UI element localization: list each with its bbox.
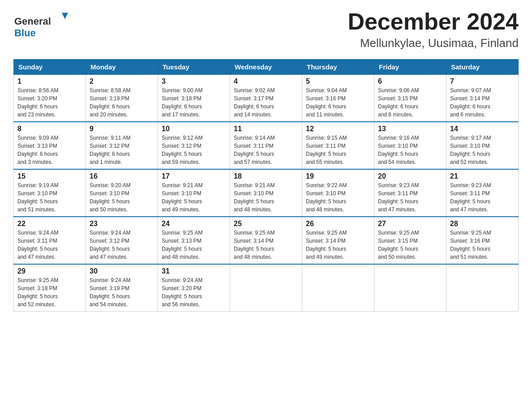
calendar-cell: 16Sunrise: 9:20 AMSunset: 3:10 PMDayligh…	[86, 169, 158, 217]
day-number: 21	[450, 172, 515, 180]
day-number: 7	[450, 77, 515, 86]
calendar-cell: 27Sunrise: 9:25 AMSunset: 3:15 PMDayligh…	[374, 217, 446, 264]
day-number: 4	[234, 77, 298, 86]
day-info: Sunrise: 9:16 AMSunset: 3:10 PMDaylight:…	[378, 134, 442, 166]
day-number: 11	[234, 125, 298, 133]
day-number: 29	[17, 267, 82, 275]
calendar-cell: 31Sunrise: 9:24 AMSunset: 3:20 PMDayligh…	[158, 264, 230, 312]
calendar-cell	[374, 264, 446, 312]
day-info: Sunrise: 9:15 AMSunset: 3:11 PMDaylight:…	[306, 134, 370, 166]
day-info: Sunrise: 9:21 AMSunset: 3:10 PMDaylight:…	[162, 181, 226, 214]
day-header-friday: Friday	[374, 60, 446, 75]
day-header-monday: Monday	[86, 60, 158, 75]
day-number: 10	[162, 125, 226, 133]
calendar-cell: 14Sunrise: 9:17 AMSunset: 3:10 PMDayligh…	[446, 122, 519, 169]
day-info: Sunrise: 9:24 AMSunset: 3:20 PMDaylight:…	[162, 276, 226, 308]
day-info: Sunrise: 9:24 AMSunset: 3:11 PMDaylight:…	[17, 229, 82, 261]
calendar-cell: 20Sunrise: 9:23 AMSunset: 3:11 PMDayligh…	[374, 169, 446, 217]
calendar-cell: 23Sunrise: 9:24 AMSunset: 3:12 PMDayligh…	[86, 217, 158, 264]
calendar-cell: 13Sunrise: 9:16 AMSunset: 3:10 PMDayligh…	[374, 122, 446, 169]
logo-svg: General Blue	[13, 9, 72, 40]
calendar-cell: 25Sunrise: 9:25 AMSunset: 3:14 PMDayligh…	[230, 217, 302, 264]
calendar-week-row: 8Sunrise: 9:09 AMSunset: 3:13 PMDaylight…	[14, 122, 519, 169]
calendar-cell: 28Sunrise: 9:25 AMSunset: 3:16 PMDayligh…	[446, 217, 519, 264]
day-info: Sunrise: 9:04 AMSunset: 3:16 PMDaylight:…	[306, 86, 370, 119]
calendar-cell: 8Sunrise: 9:09 AMSunset: 3:13 PMDaylight…	[14, 122, 86, 169]
day-header-thursday: Thursday	[302, 60, 374, 75]
day-number: 27	[378, 220, 442, 228]
day-info: Sunrise: 9:14 AMSunset: 3:11 PMDaylight:…	[234, 134, 298, 166]
day-info: Sunrise: 9:25 AMSunset: 3:14 PMDaylight:…	[306, 229, 370, 261]
day-info: Sunrise: 9:02 AMSunset: 3:17 PMDaylight:…	[234, 86, 298, 119]
day-info: Sunrise: 9:17 AMSunset: 3:10 PMDaylight:…	[450, 134, 515, 166]
day-info: Sunrise: 9:24 AMSunset: 3:12 PMDaylight:…	[90, 229, 154, 261]
day-info: Sunrise: 9:25 AMSunset: 3:14 PMDaylight:…	[234, 229, 298, 261]
logo: General Blue	[13, 9, 72, 40]
day-info: Sunrise: 9:25 AMSunset: 3:16 PMDaylight:…	[450, 229, 515, 261]
day-number: 9	[90, 125, 154, 133]
page-subtitle: Mellunkylae, Uusimaa, Finland	[348, 36, 519, 50]
calendar-cell: 9Sunrise: 9:11 AMSunset: 3:12 PMDaylight…	[86, 122, 158, 169]
day-header-saturday: Saturday	[446, 60, 519, 75]
day-number: 2	[90, 77, 154, 86]
calendar-cell: 18Sunrise: 9:21 AMSunset: 3:10 PMDayligh…	[230, 169, 302, 217]
day-info: Sunrise: 9:21 AMSunset: 3:10 PMDaylight:…	[234, 181, 298, 214]
day-number: 17	[162, 172, 226, 180]
day-number: 3	[162, 77, 226, 86]
page-title: December 2024	[348, 9, 519, 34]
calendar-cell: 7Sunrise: 9:07 AMSunset: 3:14 PMDaylight…	[446, 75, 519, 122]
day-info: Sunrise: 9:23 AMSunset: 3:11 PMDaylight:…	[378, 181, 442, 214]
day-number: 14	[450, 125, 515, 133]
day-info: Sunrise: 9:25 AMSunset: 3:18 PMDaylight:…	[17, 276, 82, 308]
day-number: 20	[378, 172, 442, 180]
day-header-tuesday: Tuesday	[158, 60, 230, 75]
calendar-cell: 15Sunrise: 9:19 AMSunset: 3:10 PMDayligh…	[14, 169, 86, 217]
day-number: 1	[17, 77, 82, 86]
svg-text:General: General	[14, 16, 51, 27]
calendar-week-row: 1Sunrise: 8:56 AMSunset: 3:20 PMDaylight…	[14, 75, 519, 122]
day-info: Sunrise: 8:56 AMSunset: 3:20 PMDaylight:…	[17, 86, 82, 119]
day-info: Sunrise: 9:09 AMSunset: 3:13 PMDaylight:…	[17, 134, 82, 166]
calendar-cell: 2Sunrise: 8:58 AMSunset: 3:19 PMDaylight…	[86, 75, 158, 122]
day-info: Sunrise: 9:11 AMSunset: 3:12 PMDaylight:…	[90, 134, 154, 166]
calendar-cell: 26Sunrise: 9:25 AMSunset: 3:14 PMDayligh…	[302, 217, 374, 264]
page-header: General Blue December 2024 Mellunkylae, …	[13, 9, 519, 50]
day-number: 19	[306, 172, 370, 180]
day-number: 30	[90, 267, 154, 275]
day-info: Sunrise: 9:22 AMSunset: 3:10 PMDaylight:…	[306, 181, 370, 214]
calendar-cell: 4Sunrise: 9:02 AMSunset: 3:17 PMDaylight…	[230, 75, 302, 122]
calendar-cell: 5Sunrise: 9:04 AMSunset: 3:16 PMDaylight…	[302, 75, 374, 122]
day-number: 15	[17, 172, 82, 180]
day-info: Sunrise: 9:07 AMSunset: 3:14 PMDaylight:…	[450, 86, 515, 119]
day-number: 12	[306, 125, 370, 133]
day-info: Sunrise: 8:58 AMSunset: 3:19 PMDaylight:…	[90, 86, 154, 119]
day-number: 13	[378, 125, 442, 133]
calendar-cell: 12Sunrise: 9:15 AMSunset: 3:11 PMDayligh…	[302, 122, 374, 169]
day-info: Sunrise: 9:25 AMSunset: 3:15 PMDaylight:…	[378, 229, 442, 261]
calendar-cell: 11Sunrise: 9:14 AMSunset: 3:11 PMDayligh…	[230, 122, 302, 169]
calendar-cell: 6Sunrise: 9:06 AMSunset: 3:15 PMDaylight…	[374, 75, 446, 122]
day-number: 5	[306, 77, 370, 86]
svg-text:Blue: Blue	[14, 27, 36, 39]
calendar-week-row: 22Sunrise: 9:24 AMSunset: 3:11 PMDayligh…	[14, 217, 519, 264]
day-number: 26	[306, 220, 370, 228]
day-number: 31	[162, 267, 226, 275]
day-header-sunday: Sunday	[14, 60, 86, 75]
calendar-week-row: 15Sunrise: 9:19 AMSunset: 3:10 PMDayligh…	[14, 169, 519, 217]
day-number: 24	[162, 220, 226, 228]
day-number: 25	[234, 220, 298, 228]
calendar-header-row: SundayMondayTuesdayWednesdayThursdayFrid…	[14, 60, 519, 75]
calendar-cell: 10Sunrise: 9:12 AMSunset: 3:12 PMDayligh…	[158, 122, 230, 169]
calendar-cell: 29Sunrise: 9:25 AMSunset: 3:18 PMDayligh…	[14, 264, 86, 312]
calendar-cell: 1Sunrise: 8:56 AMSunset: 3:20 PMDaylight…	[14, 75, 86, 122]
day-number: 22	[17, 220, 82, 228]
title-block: December 2024 Mellunkylae, Uusimaa, Finl…	[348, 9, 519, 50]
calendar-cell: 22Sunrise: 9:24 AMSunset: 3:11 PMDayligh…	[14, 217, 86, 264]
calendar-cell	[302, 264, 374, 312]
day-info: Sunrise: 9:00 AMSunset: 3:18 PMDaylight:…	[162, 86, 226, 119]
calendar-cell: 24Sunrise: 9:25 AMSunset: 3:13 PMDayligh…	[158, 217, 230, 264]
day-number: 28	[450, 220, 515, 228]
calendar-cell: 30Sunrise: 9:24 AMSunset: 3:19 PMDayligh…	[86, 264, 158, 312]
day-number: 23	[90, 220, 154, 228]
day-info: Sunrise: 9:24 AMSunset: 3:19 PMDaylight:…	[90, 276, 154, 308]
